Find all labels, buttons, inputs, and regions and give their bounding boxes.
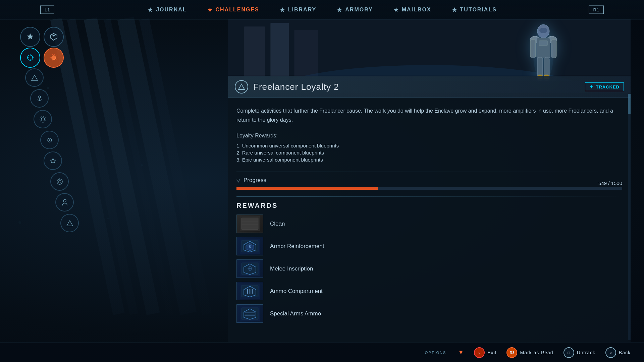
- challenge-description: Complete activities that further the Fre…: [236, 106, 622, 124]
- svg-marker-7: [50, 34, 57, 40]
- reward-item-clean: Clean: [236, 215, 622, 233]
- options-label: OPTIONS: [425, 351, 446, 355]
- svg-marker-6: [27, 34, 33, 40]
- sidebar-icon-triangle2[interactable]: [60, 214, 79, 232]
- sidebar-icon-crosshair[interactable]: [20, 48, 40, 68]
- untrack-button-circle[interactable]: □: [564, 347, 574, 358]
- loyalty-reward-1: 1. Uncommon universal component blueprin…: [236, 142, 622, 149]
- paw-icon: [46, 136, 53, 144]
- svg-point-20: [40, 116, 46, 122]
- back-button-circle[interactable]: ○: [605, 347, 616, 358]
- svg-marker-0: [148, 7, 153, 12]
- exit-button-circle[interactable]: ○: [474, 347, 485, 358]
- tab-journal[interactable]: JOURNAL: [137, 0, 197, 19]
- bottom-bar: OPTIONS ▼ ○ Exit R3 Mark as Read □ Untra…: [0, 343, 644, 362]
- tracked-star-icon: ✦: [589, 84, 594, 89]
- reward-thumb-armor: S: [236, 237, 263, 255]
- svg-marker-29: [67, 221, 73, 226]
- back-action[interactable]: ○ Back: [605, 347, 631, 358]
- triangle-down-icon: ▼: [458, 349, 464, 356]
- svg-point-24: [57, 179, 62, 184]
- reward-name-ammo: Ammo Compartment: [270, 288, 323, 295]
- challenge-title: Freelancer Loyalty 2: [253, 82, 339, 92]
- tab-library[interactable]: LIBRARY: [269, 0, 327, 19]
- category-triangle-icon: [238, 83, 245, 90]
- untrack-action[interactable]: □ Untrack: [564, 347, 595, 358]
- top-navigation: L1 JOURNAL CHALLENGES LIBRARY: [0, 0, 644, 19]
- reward-name-special: Special Arms Ammo: [270, 310, 321, 317]
- challenge-body[interactable]: Complete activities that further the Fre…: [228, 98, 631, 342]
- l1-button[interactable]: L1: [40, 5, 54, 14]
- tab-mailbox[interactable]: MAILBOX: [383, 0, 441, 19]
- sidebar-icon-shield[interactable]: [44, 27, 64, 47]
- mark-label: Mark as Read: [520, 350, 553, 355]
- anchor-icon: [36, 95, 43, 102]
- sidebar-icon-triangle[interactable]: [25, 68, 44, 87]
- burst-icon: [49, 53, 58, 62]
- svg-marker-5: [452, 7, 457, 12]
- tab-armory[interactable]: ARMORY: [326, 0, 383, 19]
- reward-name-armor: Armor Reinforcement: [270, 243, 324, 250]
- sidebar: [20, 23, 87, 233]
- challenges-icon: [207, 7, 213, 13]
- reward-thumb-clean: [236, 215, 263, 233]
- tab-tutorials[interactable]: TUTORIALS: [441, 0, 507, 19]
- loyalty-rewards-title: Loyalty Rewards:: [236, 133, 622, 139]
- tutorials-icon: [451, 7, 458, 13]
- svg-marker-52: [238, 84, 245, 89]
- rewards-title: REWARDS: [236, 202, 622, 209]
- reward-item-melee: Melee Inscription: [236, 259, 622, 278]
- sidebar-icon-target[interactable]: [50, 172, 69, 191]
- svg-marker-23: [50, 158, 56, 163]
- loyalty-rewards-list: 1. Uncommon universal component blueprin…: [236, 142, 622, 163]
- sidebar-icon-star[interactable]: [20, 27, 40, 47]
- detail-panel: Freelancer Loyalty 2 ✦ TRACKED Complete …: [228, 19, 631, 342]
- sidebar-icon-paw[interactable]: [40, 131, 59, 149]
- reward-armor-icon: S: [240, 239, 260, 254]
- reward-thumb-special: [236, 304, 263, 323]
- shield-down-icon: [49, 33, 58, 41]
- sidebar-icon-burst[interactable]: [44, 48, 64, 68]
- progress-section: ▽ Progress 549 / 1500: [236, 177, 622, 190]
- star2-icon: [49, 157, 57, 165]
- reward-melee-icon: [240, 261, 260, 276]
- r1-button[interactable]: R1: [589, 5, 604, 14]
- exit-action[interactable]: ○ Exit: [474, 347, 496, 358]
- svg-point-22: [49, 139, 50, 141]
- sidebar-icon-cog[interactable]: [34, 110, 52, 128]
- sidebar-icon-anchor[interactable]: [30, 89, 49, 108]
- rewards-section: REWARDS Clean: [236, 202, 622, 334]
- r3-button-circle[interactable]: R3: [506, 347, 517, 358]
- exit-label: Exit: [487, 350, 496, 355]
- nav-tabs: JOURNAL CHALLENGES LIBRARY ARMORY: [137, 0, 507, 19]
- back-label: Back: [619, 350, 631, 355]
- sidebar-icon-person[interactable]: [55, 193, 74, 212]
- mailbox-icon: [393, 7, 399, 13]
- loyalty-reward-3: 3. Epic universal component blueprints: [236, 156, 622, 163]
- library-icon: [279, 7, 285, 13]
- reward-name-melee: Melee Inscription: [270, 265, 313, 272]
- triangle2-icon: [66, 220, 73, 227]
- mark-as-read-action[interactable]: R3 Mark as Read: [506, 347, 553, 358]
- svg-point-14: [52, 56, 56, 60]
- svg-marker-1: [207, 7, 212, 12]
- svg-marker-16: [32, 75, 38, 80]
- challenge-header: Freelancer Loyalty 2 ✦ TRACKED: [228, 76, 631, 98]
- progress-bar-container: 549 / 1500: [236, 187, 622, 190]
- svg-point-25: [58, 180, 61, 183]
- cog-icon: [39, 116, 47, 123]
- scrollbar[interactable]: [628, 94, 631, 340]
- svg-point-19: [41, 118, 45, 121]
- target-icon: [56, 178, 63, 185]
- svg-point-28: [63, 199, 66, 202]
- tracked-label: TRACKED: [596, 84, 620, 89]
- sidebar-icon-star2[interactable]: [44, 152, 62, 170]
- triangle-alert-icon: [31, 74, 38, 81]
- tab-challenges[interactable]: CHALLENGES: [197, 0, 269, 19]
- svg-marker-3: [337, 7, 342, 12]
- reward-item-special: Special Arms Ammo: [236, 304, 622, 323]
- person-icon: [61, 199, 68, 206]
- svg-point-17: [39, 96, 41, 98]
- progress-triangle-icon: ▽: [236, 178, 240, 183]
- scrollbar-thumb[interactable]: [628, 94, 631, 114]
